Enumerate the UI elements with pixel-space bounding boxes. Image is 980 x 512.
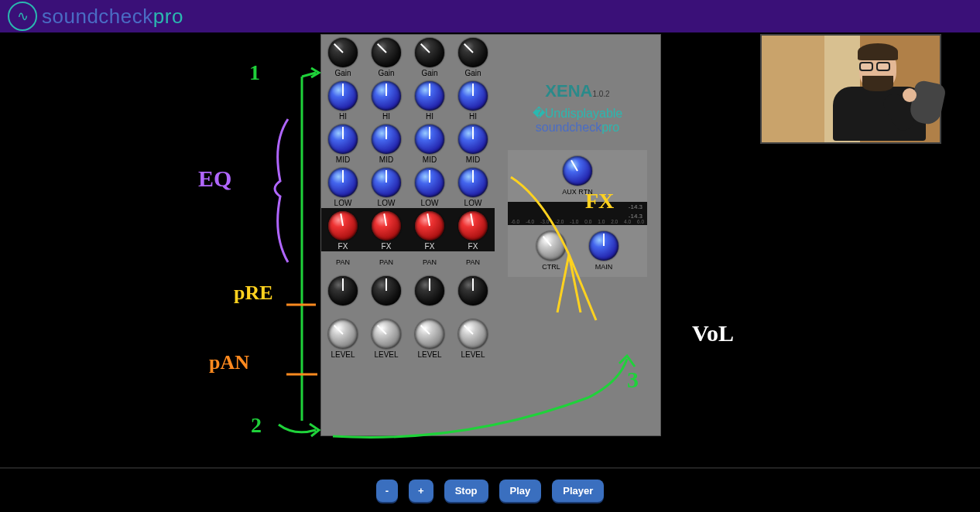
fx-label: FX — [382, 242, 392, 251]
mid-label: MID — [379, 155, 393, 164]
level-label: LEVEL — [461, 350, 485, 359]
mid-label: MID — [336, 155, 350, 164]
hi-label: HI — [339, 112, 347, 121]
product-name: XENA — [545, 81, 592, 101]
low-knob[interactable] — [328, 168, 358, 197]
meter-ticks: -6.0-4.0-3.0-2.0-1.00.01.02.04.06.0 — [508, 219, 647, 224]
level-label: LEVEL — [417, 350, 441, 359]
mid-knob[interactable] — [458, 125, 488, 154]
fx-knob[interactable] — [458, 211, 488, 241]
annotation-step-1: 1 — [249, 60, 260, 85]
annotation-pre: pRE — [234, 282, 273, 305]
gain-knob[interactable] — [458, 38, 488, 67]
brand-wordmark: soundcheckpro — [42, 5, 183, 29]
mid-knob[interactable] — [415, 125, 444, 154]
master-panel: AUX RTN -14.3 -14.3 -6.0-4.0-3.0-2.0-1.0… — [508, 150, 647, 277]
low-label: LOW — [421, 199, 439, 207]
fx-knob[interactable] — [372, 211, 401, 241]
hi-label: HI — [382, 112, 390, 121]
main-label: MAIN — [595, 263, 613, 271]
fx-knob[interactable] — [328, 211, 358, 241]
brand-word-b: pro — [153, 5, 183, 28]
zoom-out-button[interactable]: - — [376, 480, 398, 502]
play-button[interactable]: Play — [499, 480, 542, 502]
level-knob[interactable] — [372, 319, 401, 349]
main-knob[interactable] — [589, 231, 618, 261]
pan-label: PAN — [379, 258, 393, 266]
player-button[interactable]: Player — [552, 480, 604, 502]
aux-rtn-knob[interactable] — [563, 156, 592, 186]
stage: Gain HI MID LOW FX PAN LEVEL Gain HI MID… — [0, 34, 980, 467]
product-brand-a: soundcheck — [536, 121, 601, 134]
hi-knob[interactable] — [372, 81, 401, 111]
pan-knob[interactable] — [372, 276, 401, 305]
ctrl-label: CTRL — [542, 263, 560, 271]
product-brand: �Undisplayable soundcheckpro — [499, 106, 656, 135]
gain-label: Gain — [464, 69, 481, 77]
master-section: XENA1.0.2 �Undisplayable soundcheckpro A… — [495, 35, 660, 435]
channel-strip: Gain HI MID LOW FX PAN LEVEL — [365, 35, 408, 435]
level-knob[interactable] — [328, 319, 358, 349]
low-label: LOW — [464, 199, 482, 207]
gain-label: Gain — [378, 69, 394, 77]
brand-logo-icon: ∿ — [8, 2, 37, 31]
low-label: LOW — [334, 199, 352, 207]
channel-strips: Gain HI MID LOW FX PAN LEVEL Gain HI MID… — [321, 35, 495, 435]
fx-label: FX — [425, 242, 435, 251]
hi-label: HI — [426, 112, 433, 121]
hi-knob[interactable] — [415, 81, 444, 111]
mid-knob[interactable] — [328, 125, 358, 154]
output-meter: -14.3 -14.3 -6.0-4.0-3.0-2.0-1.00.01.02.… — [508, 202, 647, 225]
annotation-pan: pAN — [209, 351, 249, 374]
channel-strip: Gain HI MID LOW FX PAN LEVEL — [451, 35, 495, 435]
low-label: LOW — [378, 199, 396, 207]
low-knob[interactable] — [372, 168, 401, 197]
fx-knob[interactable] — [415, 211, 444, 241]
gain-label: Gain — [421, 69, 437, 77]
gain-label: Gain — [334, 69, 351, 77]
pan-label: PAN — [336, 258, 350, 266]
aux-rtn-label: AUX RTN — [562, 188, 592, 196]
annotation-eq: EQ — [198, 166, 231, 192]
mid-label: MID — [466, 155, 480, 164]
level-knob[interactable] — [458, 319, 488, 349]
pan-knob[interactable] — [458, 276, 488, 305]
mid-knob[interactable] — [372, 125, 401, 154]
zoom-in-button[interactable]: + — [409, 480, 433, 502]
gain-knob[interactable] — [372, 38, 401, 67]
low-knob[interactable] — [458, 168, 488, 197]
presenter-webcam — [760, 34, 941, 144]
hi-knob[interactable] — [328, 81, 358, 111]
ctrl-knob[interactable] — [536, 231, 566, 261]
annotation-step-2: 2 — [251, 413, 262, 438]
stop-button[interactable]: Stop — [444, 480, 488, 502]
level-label: LEVEL — [374, 350, 398, 359]
hi-label: HI — [469, 112, 477, 121]
hi-knob[interactable] — [458, 81, 488, 111]
channel-strip: Gain HI MID LOW FX PAN LEVEL — [321, 35, 365, 435]
fx-label: FX — [338, 242, 348, 251]
gain-knob[interactable] — [415, 38, 444, 67]
mid-label: MID — [423, 155, 437, 164]
level-knob[interactable] — [415, 319, 444, 349]
transport-bar: - + Stop Play Player — [0, 467, 980, 512]
gain-knob[interactable] — [328, 38, 358, 67]
fx-label: FX — [468, 242, 478, 251]
annotation-vol: VoL — [692, 320, 734, 346]
mixer-panel: Gain HI MID LOW FX PAN LEVEL Gain HI MID… — [320, 34, 661, 436]
product-version: 1.0.2 — [592, 90, 609, 98]
presenter-figure — [828, 39, 929, 139]
channel-strip: Gain HI MID LOW FX PAN LEVEL — [408, 35, 451, 435]
level-label: LEVEL — [331, 350, 355, 359]
pan-label: PAN — [423, 258, 437, 266]
low-knob[interactable] — [415, 168, 444, 197]
meter-value-l: -14.3 — [629, 203, 642, 210]
pan-knob[interactable] — [415, 276, 444, 305]
product-brand-b: pro — [601, 121, 619, 134]
pan-knob[interactable] — [328, 276, 358, 305]
brand-word-a: soundcheck — [42, 5, 153, 28]
header-bar: ∿ soundcheckpro — [0, 0, 980, 34]
pan-label: PAN — [466, 258, 480, 266]
